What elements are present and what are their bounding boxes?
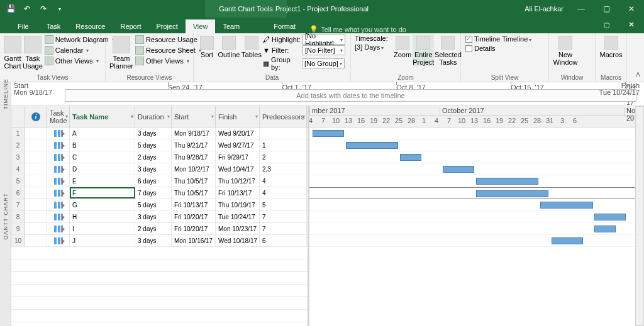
row-num[interactable]: 10: [11, 235, 25, 246]
cell-mode[interactable]: [47, 223, 70, 234]
qat-dropdown-icon[interactable]: ▾: [53, 2, 67, 16]
row-num[interactable]: 5: [11, 175, 25, 187]
table-row[interactable]: 10J3 daysMon 10/16/17Wed 10/18/176: [11, 235, 308, 247]
timescale-select[interactable]: [3] Days▾: [355, 43, 392, 51]
close-icon[interactable]: ✕: [619, 0, 644, 18]
gantt-bar[interactable]: [476, 190, 548, 197]
col-finish[interactable]: Finish▾: [216, 106, 260, 127]
tab-view[interactable]: View: [186, 19, 216, 33]
cell-start[interactable]: Thu 10/5/17: [172, 175, 216, 187]
collapse-ribbon-icon[interactable]: ᐱ: [636, 33, 644, 82]
selected-tasks-button[interactable]: Selected Tasks: [435, 35, 460, 66]
col-name[interactable]: Task Name▾: [70, 106, 135, 127]
col-info[interactable]: i: [25, 106, 47, 127]
cell-start[interactable]: Fri 10/13/17: [172, 199, 216, 210]
filter-select[interactable]: [No Filter]▾: [303, 45, 345, 55]
cell-info[interactable]: [25, 139, 47, 151]
cell-name[interactable]: C: [70, 151, 135, 163]
cell-mode[interactable]: [47, 151, 70, 163]
cell-info[interactable]: [25, 128, 47, 139]
cell-mode[interactable]: [47, 211, 70, 222]
cell-duration[interactable]: 3 days: [135, 211, 172, 222]
table-row[interactable]: 9I2 daysFri 10/20/17Mon 10/23/177: [11, 223, 308, 235]
cell-name[interactable]: D: [70, 163, 135, 175]
cell-finish[interactable]: Wed 9/20/17: [216, 128, 260, 139]
cell-mode[interactable]: [47, 199, 70, 210]
cell-start[interactable]: Mon 9/18/17: [172, 128, 216, 139]
cell-info[interactable]: [25, 175, 47, 187]
cell-info[interactable]: [25, 211, 47, 222]
cell-start[interactable]: Mon 10/16/17: [172, 235, 216, 246]
zoom-button[interactable]: Zoom: [394, 35, 411, 58]
macros-button[interactable]: Macros: [599, 35, 623, 58]
gantt-bar[interactable]: [400, 154, 421, 161]
table-row[interactable]: 2B5 daysThu 9/21/17Wed 9/27/171: [11, 139, 308, 151]
tab-team[interactable]: Team: [215, 19, 247, 33]
cell-name[interactable]: H: [70, 211, 135, 222]
cell-name[interactable]: G: [70, 199, 135, 210]
cell-duration[interactable]: 5 days: [135, 139, 172, 151]
redo-icon[interactable]: ↷: [36, 2, 50, 16]
tab-format[interactable]: Format: [266, 19, 303, 33]
sort-button[interactable]: Sort: [197, 35, 216, 58]
cell-info[interactable]: [25, 151, 47, 163]
scrollbar-vertical[interactable]: [635, 106, 644, 326]
gantt-chart-area[interactable]: mber 2017October 2017November 20 4710131…: [309, 106, 644, 326]
cell-start[interactable]: Thu 10/5/17: [172, 187, 216, 198]
team-planner-button[interactable]: Team Planner: [109, 35, 133, 70]
timeline-track[interactable]: Add tasks with dates to the timeline: [65, 89, 636, 102]
cell-finish[interactable]: Wed 10/18/17: [216, 235, 260, 246]
row-num[interactable]: 3: [11, 151, 25, 163]
maximize-icon[interactable]: ▢: [594, 0, 619, 18]
cell-name[interactable]: B: [70, 139, 135, 151]
entire-project-button[interactable]: Entire Project: [413, 35, 434, 66]
cell-finish[interactable]: Thu 10/12/17: [216, 175, 260, 187]
cell-mode[interactable]: [47, 235, 70, 246]
ribbon-close-icon[interactable]: ✕: [619, 16, 644, 33]
table-row[interactable]: 3C2 daysThu 9/28/17Fri 9/29/172: [11, 151, 308, 163]
gantt-vtab[interactable]: GANTT CHART: [0, 106, 11, 326]
cell-start[interactable]: Fri 10/20/17: [172, 223, 216, 234]
ribbon-display-icon[interactable]: ▢: [594, 16, 619, 33]
cell-start[interactable]: Mon 10/2/17: [172, 163, 216, 175]
group-select[interactable]: [No Group]▾: [302, 58, 345, 68]
gantt-bar[interactable]: [313, 130, 344, 137]
cell-info[interactable]: [25, 235, 47, 246]
row-num[interactable]: 1: [11, 128, 25, 139]
cell-duration[interactable]: 5 days: [135, 199, 172, 210]
cell-finish[interactable]: Thu 10/19/17: [216, 199, 260, 210]
col-mode[interactable]: Task Mode▾: [47, 106, 70, 127]
gantt-bar[interactable]: [346, 142, 399, 149]
table-row[interactable]: 5E6 daysThu 10/5/17Thu 10/12/174: [11, 175, 308, 187]
gantt-bar[interactable]: [476, 178, 539, 185]
cell-info[interactable]: [25, 223, 47, 234]
col-duration[interactable]: Duration▾: [135, 106, 172, 127]
tellme-search[interactable]: 💡 Tell me what you want to do: [309, 25, 406, 33]
cell-predecessors[interactable]: 4: [260, 175, 307, 187]
col-predecessors[interactable]: Predecessors▾: [260, 106, 307, 127]
cell-mode[interactable]: [47, 187, 70, 198]
undo-icon[interactable]: ↶: [20, 2, 34, 16]
cell-start[interactable]: Thu 9/21/17: [172, 139, 216, 151]
outline-button[interactable]: Outline: [218, 35, 240, 58]
row-num[interactable]: 7: [11, 199, 25, 210]
cell-duration[interactable]: 6 days: [135, 175, 172, 187]
col-select-all[interactable]: [11, 106, 25, 127]
cell-duration[interactable]: 2 days: [135, 151, 172, 163]
details-check[interactable]: Details: [465, 44, 535, 53]
task-usage-button[interactable]: Task Usage: [23, 35, 43, 70]
tab-file[interactable]: File: [8, 19, 39, 33]
cell-mode[interactable]: [47, 163, 70, 175]
cell-name[interactable]: J: [70, 235, 135, 246]
cell-duration[interactable]: 7 days: [135, 187, 172, 198]
cell-predecessors[interactable]: 2: [260, 151, 307, 163]
cell-predecessors[interactable]: 7: [260, 223, 307, 234]
table-row[interactable]: 8H3 daysFri 10/20/17Tue 10/24/177: [11, 211, 308, 223]
cell-finish[interactable]: Fri 10/13/17: [216, 187, 260, 198]
row-num[interactable]: 6: [11, 187, 25, 198]
tab-report[interactable]: Report: [113, 19, 148, 33]
cell-name[interactable]: I: [70, 223, 135, 234]
cell-predecessors[interactable]: [260, 128, 307, 139]
cell-name[interactable]: E: [70, 175, 135, 187]
table-row[interactable]: 7G5 daysFri 10/13/17Thu 10/19/175: [11, 199, 308, 211]
